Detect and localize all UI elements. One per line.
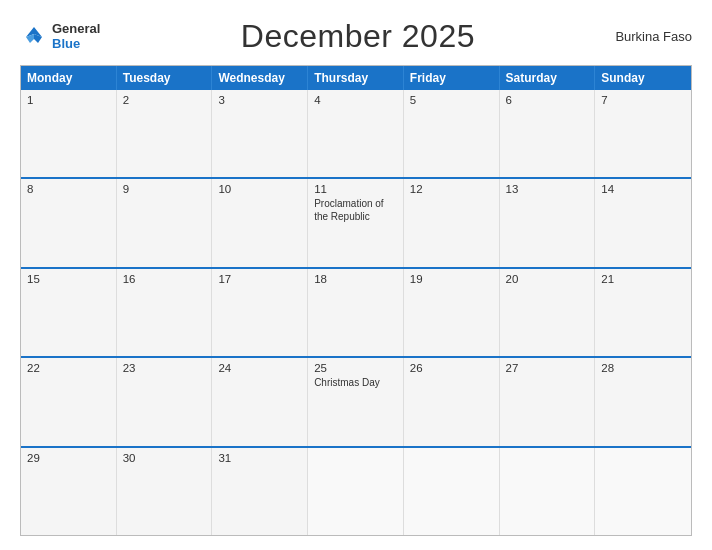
calendar-week-2: 891011Proclamation of the Republic121314 (21, 179, 691, 268)
cal-cell: 6 (500, 90, 596, 177)
header-saturday: Saturday (500, 66, 596, 90)
calendar-header: Monday Tuesday Wednesday Thursday Friday… (21, 66, 691, 90)
cal-cell: 27 (500, 358, 596, 445)
logo: General Blue (20, 22, 100, 51)
day-number: 5 (410, 94, 493, 106)
cal-cell: 8 (21, 179, 117, 266)
day-number: 20 (506, 273, 589, 285)
cal-cell: 17 (212, 269, 308, 356)
logo-text: General Blue (52, 22, 100, 51)
day-number: 11 (314, 183, 397, 195)
cal-cell: 12 (404, 179, 500, 266)
day-number: 29 (27, 452, 110, 464)
day-number: 3 (218, 94, 301, 106)
calendar-week-4: 22232425Christmas Day262728 (21, 358, 691, 447)
cal-cell: 2 (117, 90, 213, 177)
cal-cell: 30 (117, 448, 213, 535)
day-number: 25 (314, 362, 397, 374)
header-tuesday: Tuesday (117, 66, 213, 90)
cal-cell (308, 448, 404, 535)
country-label: Burkina Faso (615, 29, 692, 44)
day-number: 17 (218, 273, 301, 285)
cal-cell: 4 (308, 90, 404, 177)
day-number: 24 (218, 362, 301, 374)
holiday-label: Christmas Day (314, 376, 397, 389)
cal-cell (500, 448, 596, 535)
day-number: 1 (27, 94, 110, 106)
cal-cell: 20 (500, 269, 596, 356)
header-thursday: Thursday (308, 66, 404, 90)
header-monday: Monday (21, 66, 117, 90)
cal-cell: 31 (212, 448, 308, 535)
header: General Blue December 2025 Burkina Faso (20, 18, 692, 55)
calendar: Monday Tuesday Wednesday Thursday Friday… (20, 65, 692, 536)
cal-cell: 15 (21, 269, 117, 356)
cal-cell: 23 (117, 358, 213, 445)
cal-cell: 11Proclamation of the Republic (308, 179, 404, 266)
cal-cell: 22 (21, 358, 117, 445)
cal-cell: 24 (212, 358, 308, 445)
day-number: 30 (123, 452, 206, 464)
day-number: 26 (410, 362, 493, 374)
day-number: 4 (314, 94, 397, 106)
day-number: 14 (601, 183, 685, 195)
calendar-week-5: 293031 (21, 448, 691, 536)
cal-cell: 28 (595, 358, 691, 445)
day-number: 18 (314, 273, 397, 285)
cal-cell: 26 (404, 358, 500, 445)
cal-cell: 7 (595, 90, 691, 177)
calendar-week-3: 15161718192021 (21, 269, 691, 358)
day-number: 21 (601, 273, 685, 285)
holiday-label: Proclamation of the Republic (314, 197, 397, 223)
cal-cell: 16 (117, 269, 213, 356)
calendar-week-1: 1234567 (21, 90, 691, 179)
cal-cell (595, 448, 691, 535)
day-number: 13 (506, 183, 589, 195)
month-title: December 2025 (241, 18, 475, 55)
day-number: 19 (410, 273, 493, 285)
cal-cell: 18 (308, 269, 404, 356)
cal-cell: 5 (404, 90, 500, 177)
cal-cell: 19 (404, 269, 500, 356)
day-number: 9 (123, 183, 206, 195)
cal-cell: 29 (21, 448, 117, 535)
day-number: 10 (218, 183, 301, 195)
day-number: 15 (27, 273, 110, 285)
logo-bird-icon (20, 23, 48, 51)
logo-general: General (52, 21, 100, 36)
cal-cell: 13 (500, 179, 596, 266)
logo-blue: Blue (52, 36, 80, 51)
cal-cell: 9 (117, 179, 213, 266)
calendar-page: General Blue December 2025 Burkina Faso … (0, 0, 712, 550)
header-sunday: Sunday (595, 66, 691, 90)
day-number: 12 (410, 183, 493, 195)
calendar-body: 1234567891011Proclamation of the Republi… (21, 90, 691, 536)
day-number: 2 (123, 94, 206, 106)
cal-cell: 3 (212, 90, 308, 177)
day-number: 27 (506, 362, 589, 374)
day-number: 16 (123, 273, 206, 285)
cal-cell: 10 (212, 179, 308, 266)
day-number: 7 (601, 94, 685, 106)
header-wednesday: Wednesday (212, 66, 308, 90)
cal-cell (404, 448, 500, 535)
day-number: 31 (218, 452, 301, 464)
day-number: 22 (27, 362, 110, 374)
cal-cell: 21 (595, 269, 691, 356)
header-friday: Friday (404, 66, 500, 90)
day-number: 6 (506, 94, 589, 106)
day-number: 28 (601, 362, 685, 374)
cal-cell: 14 (595, 179, 691, 266)
day-number: 23 (123, 362, 206, 374)
cal-cell: 1 (21, 90, 117, 177)
day-number: 8 (27, 183, 110, 195)
cal-cell: 25Christmas Day (308, 358, 404, 445)
